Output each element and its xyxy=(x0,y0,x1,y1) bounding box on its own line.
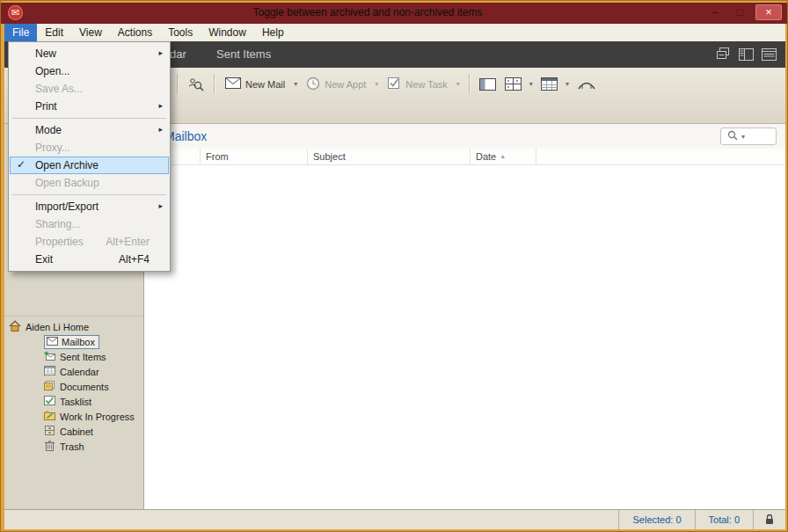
message-list-empty[interactable] xyxy=(144,165,785,509)
tasklist-icon xyxy=(44,396,55,407)
search-icon xyxy=(727,128,738,144)
display-settings-button[interactable] xyxy=(536,74,562,94)
folder-root-home[interactable]: Aiden Li Home xyxy=(4,319,143,334)
column-from[interactable]: From xyxy=(206,151,229,162)
column-separator[interactable] xyxy=(200,149,201,164)
toolbar-separator xyxy=(469,74,470,94)
folder-label: Tasklist xyxy=(60,397,91,407)
maximize-button[interactable]: □ xyxy=(731,4,748,20)
new-appt-button[interactable]: New Appt xyxy=(301,73,371,96)
cabinet-icon xyxy=(44,426,55,437)
folder-calendar[interactable]: Calendar xyxy=(4,364,143,379)
folder-tree: Aiden Li Home Mailbox Sent Items xyxy=(4,316,143,454)
mailbox-icon xyxy=(47,337,58,347)
toolbar-separator xyxy=(177,74,178,94)
new-mail-button[interactable]: New Mail xyxy=(220,74,290,94)
new-appt-dropdown[interactable]: ▾ xyxy=(371,80,382,88)
toolbar-separator xyxy=(214,74,215,94)
status-total: Total: 0 xyxy=(695,510,753,529)
submenu-arrow-icon: ▸ xyxy=(158,48,163,57)
folder-trash[interactable]: Trash xyxy=(4,439,143,454)
menu-shortcut: Alt+Enter xyxy=(106,236,150,248)
content-area: Mailbox ▾ From Subject Date▲ xyxy=(144,124,785,509)
menu-item-mode[interactable]: Mode ▸ xyxy=(10,121,169,139)
show-panel-button[interactable] xyxy=(475,75,500,94)
window-controls: – □ × xyxy=(706,4,782,20)
folder-root-label: Aiden Li Home xyxy=(26,322,89,332)
menu-view[interactable]: View xyxy=(71,24,110,41)
panorama-view-button[interactable] xyxy=(573,74,601,94)
status-selected: Selected: 0 xyxy=(618,510,694,529)
folder-tasklist[interactable]: Tasklist xyxy=(4,394,143,409)
search-dropdown-icon[interactable]: ▾ xyxy=(741,133,745,141)
column-date[interactable]: Date▲ xyxy=(476,151,506,162)
menu-item-sharing[interactable]: Sharing... xyxy=(10,215,169,233)
menu-item-open-archive[interactable]: ✓ Open Archive xyxy=(10,157,169,174)
submenu-arrow-icon: ▸ xyxy=(158,201,163,210)
new-task-button[interactable]: New Task xyxy=(382,73,452,95)
close-button[interactable]: × xyxy=(755,4,782,20)
new-task-dropdown[interactable]: ▾ xyxy=(453,80,463,88)
menu-item-save-as[interactable]: Save As... xyxy=(10,80,169,98)
menu-item-import-export[interactable]: Import/Export ▸ xyxy=(10,198,169,215)
column-separator[interactable] xyxy=(536,149,536,164)
new-task-label: New Task xyxy=(405,79,447,90)
envelope-icon xyxy=(225,77,241,91)
folder-documents[interactable]: Documents xyxy=(4,379,143,394)
menu-item-properties[interactable]: Properties Alt+Enter xyxy=(10,233,169,251)
sort-ascending-icon: ▲ xyxy=(500,153,506,159)
trash-icon xyxy=(44,441,55,453)
display-settings-dropdown[interactable]: ▾ xyxy=(562,80,573,88)
status-lock xyxy=(753,510,785,529)
wide-panel-icon[interactable] xyxy=(762,48,777,64)
menu-file[interactable]: File xyxy=(4,24,37,41)
menu-tools[interactable]: Tools xyxy=(160,24,201,41)
documents-icon xyxy=(44,381,55,392)
app-window: ✉ Toggle between archived and non-archiv… xyxy=(0,0,788,532)
new-mail-dropdown[interactable]: ▾ xyxy=(290,80,301,88)
menu-edit[interactable]: Edit xyxy=(37,24,71,41)
sent-items-icon xyxy=(44,351,55,362)
column-separator[interactable] xyxy=(307,149,308,164)
calendar-icon xyxy=(44,366,55,377)
search-box[interactable]: ▾ xyxy=(720,128,777,145)
find-contact-button[interactable] xyxy=(183,73,208,96)
menu-window[interactable]: Window xyxy=(201,24,254,41)
menu-item-print[interactable]: Print ▸ xyxy=(10,98,169,115)
folder-cabinet[interactable]: Cabinet xyxy=(4,424,143,439)
groupwise-logo-icon: ✉ xyxy=(8,5,23,20)
new-mail-label: New Mail xyxy=(245,79,285,90)
split-panel-icon[interactable] xyxy=(739,48,754,64)
folder-work-in-progress[interactable]: Work In Progress xyxy=(4,409,143,424)
menu-help[interactable]: Help xyxy=(254,24,292,41)
task-check-icon xyxy=(387,77,401,91)
app-client-area: File Edit View Actions Tools Window Help… xyxy=(4,24,785,529)
column-subject[interactable]: Subject xyxy=(313,151,346,162)
folder-label: Work In Progress xyxy=(60,412,135,422)
content-header: Mailbox ▾ xyxy=(144,124,785,149)
window-title: Toggle between archived and non-archived… xyxy=(54,6,682,18)
menu-item-open-backup[interactable]: Open Backup xyxy=(10,174,169,192)
quickviewer-dropdown[interactable]: ▾ xyxy=(526,80,536,88)
folder-label: Calendar xyxy=(60,367,99,377)
minimize-button[interactable]: – xyxy=(706,4,724,20)
menu-actions[interactable]: Actions xyxy=(110,24,160,41)
menu-item-proxy[interactable]: Proxy... xyxy=(10,139,169,157)
column-separator[interactable] xyxy=(470,149,471,164)
menu-item-open[interactable]: Open... xyxy=(10,62,169,80)
folder-label: Mailbox xyxy=(62,337,95,347)
folder-sent-items[interactable]: Sent Items xyxy=(4,349,143,364)
file-menu-dropdown: New ▸ Open... Save As... Print ▸ Mode ▸ … xyxy=(8,41,171,272)
folder-label: Trash xyxy=(60,441,84,452)
send-retrieve-icon[interactable] xyxy=(717,47,731,64)
folder-mailbox[interactable]: Mailbox xyxy=(4,334,143,349)
selected-folder-box: Mailbox xyxy=(44,335,99,349)
clock-icon xyxy=(306,77,320,92)
menu-item-exit[interactable]: Exit Alt+F4 xyxy=(10,251,169,268)
home-icon xyxy=(9,320,21,333)
new-appt-label: New Appt xyxy=(325,79,366,90)
menu-item-new[interactable]: New ▸ xyxy=(10,45,169,62)
quickviewer-button[interactable] xyxy=(500,74,526,94)
list-column-header: From Subject Date▲ xyxy=(144,149,785,165)
nav-tab-sent-items[interactable]: Sent Items xyxy=(216,47,271,61)
